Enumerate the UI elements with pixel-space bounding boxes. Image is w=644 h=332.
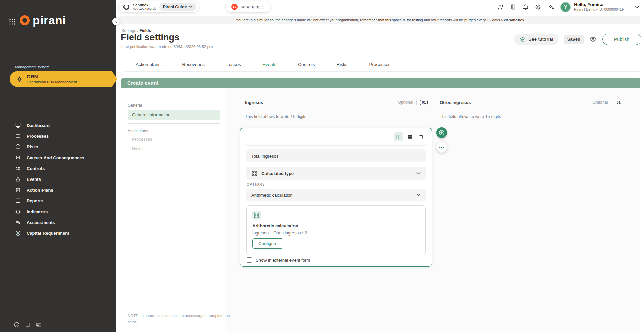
notifications-bell-icon[interactable]	[522, 4, 529, 10]
field-divider	[440, 109, 622, 109]
management-system-label: Management system	[15, 65, 49, 69]
sidebar-item-causes-consequences[interactable]: Causes And Consequences	[15, 155, 84, 161]
saved-status-badge: Saved	[564, 35, 584, 44]
header-actions: See tutorial Saved Publish	[514, 34, 641, 45]
panel-item-processes[interactable]: Processes	[132, 137, 152, 142]
report-chart-icon	[15, 198, 21, 204]
checkbox-unchecked[interactable]	[247, 257, 252, 263]
delete-field-button[interactable]	[417, 132, 426, 141]
see-tutorial-button[interactable]: See tutorial	[514, 34, 559, 45]
chevron-down-icon	[189, 6, 193, 8]
panel-note: NOTE: In some associations it is necessa…	[128, 313, 230, 325]
external-form-checkbox-row[interactable]: Show in external event form	[247, 257, 310, 263]
exit-sandbox-link[interactable]: Exit sandbox	[501, 18, 524, 22]
sidebar-item-action-plans[interactable]: Action Plans	[15, 187, 53, 193]
arithmetic-calculation-card: Arithmetic calculation Ingresos + Otros …	[246, 205, 426, 254]
clipboard-check-icon	[15, 187, 21, 193]
preview-eye-icon[interactable]	[589, 36, 597, 43]
field-divider	[245, 109, 428, 109]
g2-rating-pill[interactable]: G ★★★★☆	[226, 1, 270, 12]
rating-stars: ★★★★☆	[241, 4, 265, 10]
sandbox-records-count: 40 / 100 records	[133, 7, 156, 11]
tab-risks[interactable]: Risks	[326, 60, 358, 71]
editor-toolbar	[394, 132, 426, 141]
optional-label: Optional	[593, 100, 608, 105]
user-chevron-down-icon	[635, 6, 639, 8]
avatar: Y	[560, 2, 571, 12]
help-icon[interactable]: ?	[13, 322, 20, 328]
field-name-input[interactable]	[246, 149, 426, 162]
sidebar-item-assessments[interactable]: Assessments	[15, 219, 55, 225]
ai-sparkles-icon[interactable]	[548, 4, 555, 11]
field-header-otros-ingresos[interactable]: Otros ingresos Optional 01	[440, 99, 622, 106]
pirani-guide-dropdown[interactable]: Pirani Guide	[159, 3, 197, 11]
add-field-button[interactable]	[436, 127, 447, 138]
panel-divider-line	[128, 156, 220, 156]
field-header-ingresos[interactable]: Ingresos Optional 01	[245, 99, 428, 106]
entity-tabs: Action plans Recoveries Losses Events Co…	[125, 60, 640, 72]
user-greeting: Hello, Yomira	[574, 2, 624, 7]
sidebar-item-risks[interactable]: Risks	[15, 144, 38, 150]
more-options-button[interactable]: •••	[436, 142, 447, 153]
editor-divider	[246, 145, 426, 146]
field-type-select[interactable]: Calculated type	[246, 167, 426, 180]
sidebar-item-reports[interactable]: Reports	[15, 198, 43, 204]
sidebar-item-processes[interactable]: Processes	[15, 133, 49, 139]
simulation-banner: You are in a simulation, the changes mad…	[120, 16, 640, 24]
pirani-logo-text: pirani	[33, 14, 66, 26]
panel-item-risks[interactable]: Risks	[132, 146, 143, 151]
svg-text:$: $	[17, 231, 19, 235]
calculation-shapes-icon	[252, 211, 261, 220]
meta-separator	[416, 100, 417, 105]
sidebar-item-dashboard[interactable]: Dashboard	[15, 122, 50, 128]
organization-icon[interactable]	[25, 322, 31, 328]
tab-controls[interactable]: Controls	[287, 60, 326, 71]
sandbox-status-pill: Sandbox 40 / 100 records Pirani Guide	[119, 1, 198, 12]
simulation-banner-text: You are in a simulation, the changes mad…	[236, 18, 500, 22]
module-name: Operational Risk Management	[27, 80, 77, 84]
tab-action-plans[interactable]: Action plans	[125, 60, 171, 71]
sidebar-item-indicators[interactable]: Indicators	[15, 209, 48, 215]
configure-button[interactable]: Configure	[252, 238, 283, 249]
processes-icon	[15, 133, 21, 139]
tab-recoveries[interactable]: Recoveries	[171, 60, 216, 71]
sidebar-item-capital-requirement[interactable]: $ Capital Requeriment	[15, 230, 69, 236]
module-selector-orm[interactable]: ORM Operational Risk Management	[10, 71, 112, 87]
chevron-down-icon	[416, 172, 421, 175]
rows-icon	[407, 134, 413, 140]
topbar-actions: Y Hello, Yomira Pirani | Demo • ID: 0000…	[497, 0, 639, 14]
settings-gear-icon[interactable]	[535, 4, 542, 11]
pirani-logo[interactable]: pirani	[20, 14, 66, 26]
user-menu[interactable]: Y Hello, Yomira Pirani | Demo • ID: 0000…	[560, 2, 639, 12]
calculation-formula: Ingresos + Otros ingresos * 2	[252, 231, 307, 236]
dollar-circle-icon: $	[15, 230, 21, 236]
columns-icon	[395, 134, 401, 140]
app-launcher-icon[interactable]	[9, 19, 16, 25]
tab-losses[interactable]: Losses	[216, 60, 252, 71]
chevron-down-icon	[416, 194, 421, 196]
target-icon	[15, 209, 21, 215]
field-description: This field allows to write 15 digits	[245, 114, 306, 119]
sliders-icon	[15, 165, 21, 171]
layout-columns-button[interactable]	[394, 132, 403, 141]
invite-user-icon[interactable]	[497, 4, 504, 11]
tab-processes[interactable]: Processes	[358, 60, 401, 71]
library-icon[interactable]	[510, 4, 516, 10]
calculation-title: Arithmetic calculation	[252, 223, 298, 228]
sidebar-collapse-button[interactable]: ‹	[112, 18, 120, 25]
billing-icon[interactable]	[36, 322, 42, 328]
calculator-icon	[251, 170, 258, 177]
calculation-option-select[interactable]: Arithmetic calculation	[246, 189, 426, 201]
sandbox-progress-icon	[123, 3, 130, 10]
plus-circle-icon	[438, 129, 445, 136]
sidebar-item-controls[interactable]: Controls	[15, 165, 45, 171]
ellipsis-icon: •••	[439, 145, 445, 150]
layout-rows-button[interactable]	[405, 132, 414, 141]
field-description: This field allows to write 15 digits	[440, 114, 501, 119]
sidebar-footer: ?	[13, 322, 42, 328]
panel-item-general-information[interactable]: General information	[128, 110, 220, 120]
publish-button[interactable]: Publish	[602, 34, 641, 45]
panel-divider-line	[128, 123, 220, 124]
tab-events[interactable]: Events	[252, 60, 287, 71]
sidebar-item-events[interactable]: Events	[15, 176, 41, 182]
